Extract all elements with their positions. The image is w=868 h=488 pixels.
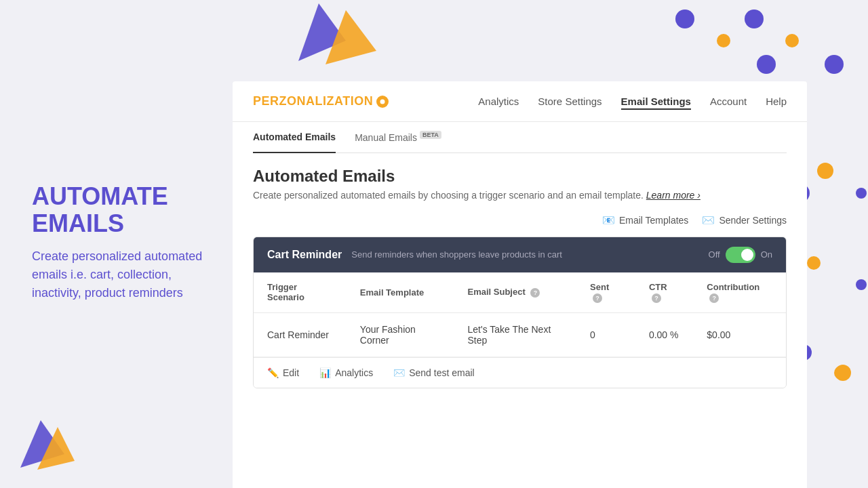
nav-links: Analytics Store Settings Email Settings … xyxy=(478,96,787,108)
svg-marker-3 xyxy=(37,427,75,470)
svg-marker-0 xyxy=(298,3,346,61)
send-test-icon: ✉️ xyxy=(393,367,405,378)
table-header-row: Trigger Scenario Email Template Email Su… xyxy=(254,272,786,313)
logo-text: PERZONALIZATION xyxy=(253,94,373,108)
action-row: 📧 Email Templates ✉️ Sender Settings xyxy=(253,214,787,226)
email-templates-icon: 📧 xyxy=(602,214,615,226)
toggle-group: Off On xyxy=(709,247,772,263)
tab-automated-emails[interactable]: Automated Emails xyxy=(253,122,336,152)
cart-reminder-card: Cart Reminder Send reminders when shoppe… xyxy=(253,237,787,388)
card-subtitle: Send reminders when shoppers leave produ… xyxy=(351,249,562,260)
cell-trigger-scenario: Cart Reminder xyxy=(254,312,347,357)
nav-item-account[interactable]: Account xyxy=(710,96,747,108)
left-panel-heading: AUTOMATE EMAILS xyxy=(32,183,222,237)
main-content: PERZONALIZATION Analytics Store Settings… xyxy=(233,81,807,488)
left-panel-description: Create personalized automated emails i.e… xyxy=(32,247,222,302)
beta-badge: BETA xyxy=(420,131,441,139)
edit-btn[interactable]: ✏️ Edit xyxy=(267,367,299,378)
table-row: Cart Reminder Your Fashion Corner Let's … xyxy=(254,312,786,357)
toggle-slider xyxy=(726,247,755,263)
col-ctr: CTR ? xyxy=(635,272,693,313)
col-email-subject: Email Subject ? xyxy=(454,272,577,313)
analytics-icon: 📊 xyxy=(319,367,331,378)
nav-item-analytics[interactable]: Analytics xyxy=(478,96,519,108)
left-panel: AUTOMATE EMAILS Create personalized auto… xyxy=(32,183,222,302)
card-header: Cart Reminder Send reminders when shoppe… xyxy=(254,237,786,272)
toggle-on-label: On xyxy=(761,249,772,260)
card-footer: ✏️ Edit 📊 Analytics ✉️ Send test email xyxy=(254,357,786,388)
learn-more-link[interactable]: Learn more › xyxy=(646,190,701,201)
page-subtitle: Create personalized automated emails by … xyxy=(253,190,787,201)
col-contribution: Contribution ? xyxy=(693,272,786,313)
page-content: Automated Emails Manual EmailsBETA Autom… xyxy=(233,122,807,402)
email-table: Trigger Scenario Email Template Email Su… xyxy=(254,272,786,357)
sent-info-icon[interactable]: ? xyxy=(593,293,602,303)
cell-sent: 0 xyxy=(576,312,635,357)
edit-icon: ✏️ xyxy=(267,367,279,378)
nav-bar: PERZONALIZATION Analytics Store Settings… xyxy=(233,81,807,122)
card-title: Cart Reminder xyxy=(267,249,342,261)
email-templates-btn[interactable]: 📧 Email Templates xyxy=(602,214,688,226)
page-title: Automated Emails xyxy=(253,167,787,186)
table-wrapper: Trigger Scenario Email Template Email Su… xyxy=(254,272,786,357)
cell-contribution: $0.00 xyxy=(693,312,786,357)
ctr-info-icon[interactable]: ? xyxy=(652,293,661,303)
nav-item-help[interactable]: Help xyxy=(766,96,787,108)
col-sent: Sent ? xyxy=(576,272,635,313)
logo[interactable]: PERZONALIZATION xyxy=(253,94,389,108)
nav-item-store-settings[interactable]: Store Settings xyxy=(538,96,601,108)
col-trigger-scenario: Trigger Scenario xyxy=(254,272,347,313)
svg-marker-1 xyxy=(326,10,376,64)
col-email-template: Email Template xyxy=(347,272,454,313)
logo-circle-icon xyxy=(376,96,389,108)
contribution-info-icon[interactable]: ? xyxy=(709,293,719,303)
tab-manual-emails[interactable]: Manual EmailsBETA xyxy=(355,122,441,152)
cart-reminder-toggle[interactable] xyxy=(726,247,755,263)
toggle-off-label: Off xyxy=(709,249,720,260)
tabs-bar: Automated Emails Manual EmailsBETA xyxy=(253,122,787,153)
email-subject-info-icon[interactable]: ? xyxy=(530,288,540,298)
analytics-btn[interactable]: 📊 Analytics xyxy=(319,367,373,378)
nav-item-email-settings[interactable]: Email Settings xyxy=(621,96,691,108)
sender-settings-icon: ✉️ xyxy=(702,214,715,226)
sender-settings-btn[interactable]: ✉️ Sender Settings xyxy=(702,214,787,226)
send-test-email-btn[interactable]: ✉️ Send test email xyxy=(393,367,475,378)
cell-ctr: 0.00 % xyxy=(635,312,693,357)
cell-email-subject: Let's Take The Next Step xyxy=(454,312,577,357)
cell-email-template: Your Fashion Corner xyxy=(347,312,454,357)
svg-marker-2 xyxy=(20,420,64,468)
